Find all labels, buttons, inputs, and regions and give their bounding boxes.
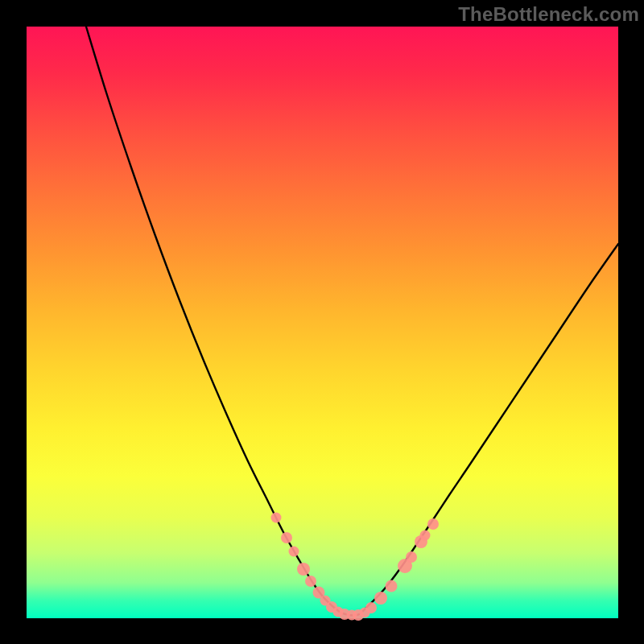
curve-left <box>86 27 341 613</box>
chart-svg <box>27 27 618 618</box>
marker-point <box>386 580 398 592</box>
curve-right <box>361 244 618 613</box>
marker-point <box>281 532 292 543</box>
watermark-text: TheBottleneck.com <box>458 3 639 26</box>
marker-point <box>271 513 282 523</box>
chart-frame: TheBottleneck.com <box>0 0 644 644</box>
marker-point <box>305 576 316 587</box>
marker-point <box>427 518 439 530</box>
marker-point <box>374 592 387 605</box>
marker-point <box>420 530 431 541</box>
marker-point <box>365 602 377 613</box>
marker-group <box>271 513 440 621</box>
curve-group <box>86 27 618 615</box>
marker-point <box>406 551 417 563</box>
marker-point <box>289 547 299 557</box>
marker-point <box>297 563 310 576</box>
